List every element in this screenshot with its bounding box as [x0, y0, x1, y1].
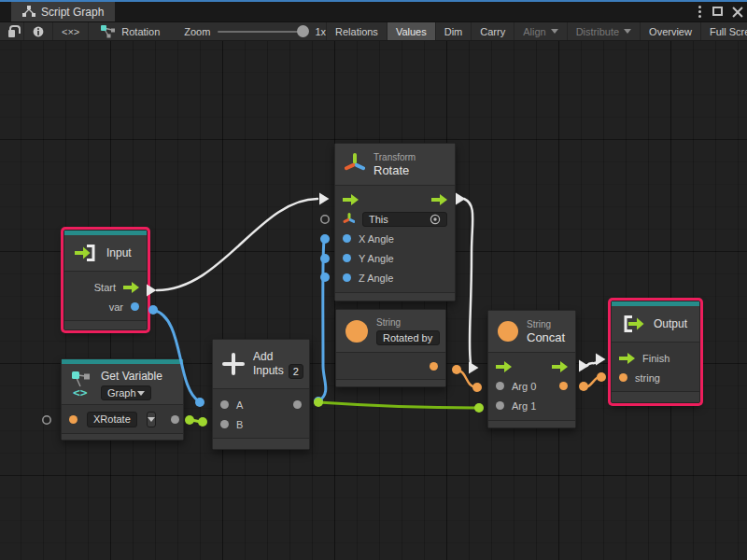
string-type-icon [345, 320, 368, 343]
node-footer [488, 420, 575, 427]
values-button[interactable]: Values [388, 22, 436, 40]
node-footer [62, 433, 183, 440]
port-label: A [236, 399, 243, 411]
this-field[interactable]: This [362, 212, 447, 227]
code-preview-button[interactable]: <×> [53, 22, 89, 40]
port-label: B [236, 419, 243, 430]
zoom-value: 1x [315, 26, 326, 37]
value-port-dot[interactable] [131, 302, 139, 311]
output-port-dot[interactable] [293, 400, 302, 409]
port-b[interactable]: B [213, 414, 309, 434]
string-value-field[interactable]: Rotated by [376, 330, 440, 345]
node-concat-ports: Arg 0 Arg 1 [488, 353, 575, 420]
node-footer [336, 379, 445, 386]
port-label: Y Angle [359, 253, 394, 264]
target-picker-icon[interactable] [430, 214, 441, 225]
output-port-dot[interactable] [171, 415, 179, 424]
port-finish[interactable]: Finish [612, 348, 699, 368]
node-title: Rotate [374, 163, 416, 177]
breadcrumb[interactable]: Rotation [121, 26, 160, 37]
port-start[interactable]: Start [64, 277, 147, 297]
variable-name-dropdown[interactable]: XRotate [87, 412, 137, 427]
zoom-slider-handle[interactable] [297, 25, 309, 37]
relations-button[interactable]: Relations [327, 22, 388, 40]
port-x-angle[interactable]: X Angle [335, 229, 455, 248]
node-input[interactable]: Input Start var [63, 230, 148, 330]
inputs-count-field[interactable]: 2 [289, 364, 303, 379]
tab-bar: Script Graph [0, 2, 747, 22]
port-this[interactable]: This [335, 209, 455, 229]
value-port-dot[interactable] [69, 415, 78, 424]
port-arg1[interactable]: Arg 1 [488, 396, 575, 415]
port-string[interactable]: string [612, 368, 699, 387]
add-icon [222, 353, 245, 375]
port-var[interactable]: var [64, 297, 147, 316]
port-variable[interactable]: XRotate [62, 410, 183, 428]
input-port-dot[interactable] [619, 373, 627, 382]
breadcrumb-zone: Rotation Zoom 1x [89, 22, 327, 40]
input-port-dot[interactable] [343, 234, 351, 243]
port-y-angle[interactable]: Y Angle [335, 248, 455, 268]
flow-arrow-icon[interactable] [431, 194, 447, 205]
overview-button[interactable]: Overview [641, 22, 701, 40]
node-output[interactable]: Output Finish string [611, 301, 700, 403]
zoom-slider[interactable] [218, 31, 307, 33]
lock-icon [8, 30, 15, 37]
variable-dropdown-button[interactable] [147, 412, 156, 427]
align-button[interactable]: Align [514, 22, 567, 40]
port-label: Z Angle [359, 273, 393, 284]
script-graph-window: Script Graph <×> Rotat [0, 0, 747, 560]
flow-arrow-icon[interactable] [343, 194, 359, 205]
node-footer [64, 320, 147, 329]
port-arg0[interactable]: Arg 0 [488, 376, 575, 396]
output-port-dot[interactable] [430, 362, 438, 371]
output-port-dot[interactable] [559, 382, 568, 390]
port-a[interactable]: A [213, 395, 309, 414]
distribute-button[interactable]: Distribute [568, 22, 641, 40]
chevron-down-icon [148, 417, 155, 422]
node-get-variable[interactable]: <> Get Variable Graph XRotate [61, 358, 184, 441]
carry-button[interactable]: Carry [472, 22, 514, 40]
zoom-control: Zoom 1x [184, 26, 326, 37]
input-port-dot[interactable] [343, 273, 351, 282]
port-label: Finish [642, 353, 669, 364]
port-value-out[interactable] [336, 357, 445, 376]
maximize-icon[interactable] [712, 7, 723, 16]
node-concat[interactable]: String Concat Arg 0 A [487, 310, 576, 428]
node-string-literal-ports [336, 353, 445, 379]
full-screen-button[interactable]: Full Screen [701, 22, 747, 40]
node-title: Get Variable [101, 370, 162, 383]
lock-button[interactable] [0, 22, 24, 40]
node-rotate[interactable]: Transform Rotate [334, 143, 456, 301]
flow-arrow-icon[interactable] [496, 361, 512, 372]
window-menu-icon[interactable] [697, 4, 703, 20]
node-concat-header: String Concat [488, 311, 575, 353]
node-category: Transform [374, 152, 416, 163]
close-icon[interactable] [732, 6, 743, 17]
node-rotate-header: Transform Rotate [335, 144, 455, 186]
input-port-dot[interactable] [496, 401, 504, 410]
flow-arrow-icon[interactable] [123, 282, 139, 293]
port-z-angle[interactable]: Z Angle [335, 268, 455, 287]
node-string-literal[interactable]: String Rotated by [335, 309, 446, 387]
flow-arrow-icon[interactable] [552, 361, 568, 372]
dim-button[interactable]: Dim [436, 22, 472, 40]
port-flow[interactable] [488, 357, 575, 376]
port-label: Arg 0 [512, 381, 536, 392]
input-port-dot[interactable] [220, 400, 229, 409]
node-add[interactable]: Add Inputs 2 A B [212, 339, 310, 450]
node-input-header: Input [64, 235, 147, 272]
code-icon: <×> [62, 26, 79, 37]
input-port-dot[interactable] [220, 420, 229, 428]
tab-script-graph[interactable]: Script Graph [11, 2, 115, 21]
chevron-down-icon [551, 29, 558, 34]
info-button[interactable] [24, 22, 53, 40]
port-flow[interactable] [335, 189, 455, 209]
input-port-dot[interactable] [343, 254, 351, 262]
flow-arrow-icon[interactable] [619, 353, 635, 364]
rotate-mini-icon [343, 212, 355, 227]
input-port-dot[interactable] [496, 382, 504, 390]
node-title: Concat [527, 330, 565, 344]
variable-kind-dropdown[interactable]: Graph [101, 385, 151, 400]
node-footer [335, 292, 455, 301]
